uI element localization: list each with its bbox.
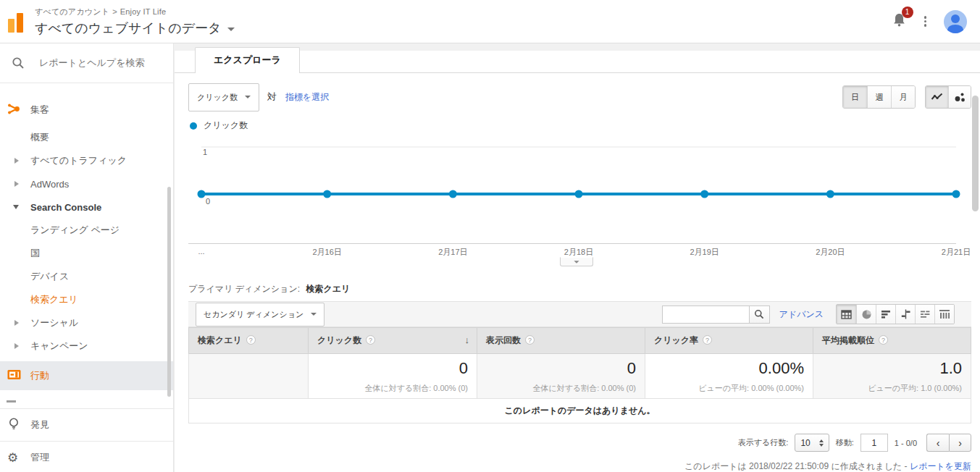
empty-data-row: このレポートのデータはありません。 [189,399,971,423]
sidebar-item-admin[interactable]: ⚙ 管理 [0,446,173,469]
sidebar-item-label: 管理 [30,451,49,464]
divider [0,441,173,442]
percentage-view-button[interactable] [856,305,876,324]
chevron-right-icon [14,158,19,164]
motion-chart-button[interactable] [948,86,971,108]
pie-chart-icon [861,309,872,320]
x-axis-label: 2月19日 [690,247,719,258]
page-scrollbar[interactable] [972,96,979,211]
secondary-dimension-label: セカンダリ ディメンション [204,309,303,320]
sidebar-item-label: 集客 [30,104,49,117]
x-axis-label: 2月16日 [312,247,341,258]
metric-selector-dropdown[interactable]: クリック数 [188,83,259,111]
chevron-right-icon [14,181,19,187]
chevron-down-icon [311,313,317,316]
granularity-day-button[interactable]: 日 [843,86,867,108]
term-cloud-view-button[interactable] [915,305,934,324]
secondary-dimension-dropdown[interactable]: セカンダリ ディメンション [196,303,324,326]
chevron-down-icon [227,28,235,31]
data-point [826,190,834,198]
goto-page-input[interactable] [860,434,888,452]
pivot-icon [939,309,950,319]
spinner-icon [819,439,824,447]
help-icon[interactable]: ? [246,335,256,345]
sidebar-item-overview[interactable]: 概要 [0,126,173,149]
notifications-button[interactable]: 1 [892,12,907,31]
sidebar-item-social[interactable]: ソーシャル [0,311,173,334]
column-header-search-query[interactable]: 検索クエリ? [189,328,309,354]
data-point [198,190,206,198]
sidebar-search-input[interactable]: レポートとヘルプを検索 [0,43,173,83]
chevron-down-icon [13,205,19,209]
data-view-button[interactable] [837,305,856,324]
sidebar-scrollbar[interactable] [167,187,171,397]
refresh-report-link[interactable]: レポートを更新 [910,461,971,471]
summary-impressions-cell: 0 全体に対する割合: 0.00% (0) [477,354,645,399]
next-page-button[interactable]: › [949,434,971,452]
scrolled-item-fragment [7,400,16,403]
more-options-button[interactable] [924,16,927,27]
performance-view-button[interactable] [876,305,895,324]
rows-per-page-select[interactable]: 10 [795,434,829,452]
advanced-filter-link[interactable]: アドバンス [779,308,824,321]
sidebar-item-label: AdWords [30,179,69,190]
column-header-ctr[interactable]: クリック率? [645,328,813,354]
breadcrumb-account[interactable]: すべてのアカウント [35,7,109,16]
chevron-down-icon [245,96,251,98]
help-icon[interactable]: ? [366,335,375,345]
sidebar-item-behavior[interactable]: 行動 [0,361,173,390]
breadcrumb-property[interactable]: Enjoy IT Life [120,7,167,16]
summary-value: 0.00% [645,359,804,378]
sidebar-item-discover[interactable]: 発見 [0,413,173,437]
sidebar-item-countries[interactable]: 国 [0,242,173,265]
chevron-right-icon [14,320,19,326]
report-generated-text: このレポートは 2018/02/22 21:50:09 に作成されました - [684,461,907,471]
help-icon[interactable]: ? [703,335,712,345]
rows-per-page-label: 表示する行数: [738,437,789,448]
help-icon[interactable]: ? [879,335,888,345]
help-icon[interactable]: ? [525,335,535,345]
pivot-view-button[interactable] [934,305,954,324]
granularity-week-button[interactable]: 週 [867,86,891,108]
column-header-avg-position[interactable]: 平均掲載順位? [813,328,971,354]
search-icon [754,309,764,319]
primary-dimension-value[interactable]: 検索クエリ [306,284,350,294]
chart-controls: クリック数 対 指標を選択 日 週 月 [188,73,971,111]
sidebar-item-acquisition[interactable]: 集客 [0,98,173,122]
data-point [323,190,331,198]
gear-icon: ⚙ [7,450,18,465]
sidebar-item-devices[interactable]: デバイス [0,265,173,288]
sidebar-item-search-console[interactable]: Search Console [0,195,173,219]
property-selector[interactable]: すべてのウェブサイトのデータ [35,20,235,37]
chart-footer-expander[interactable] [560,257,593,266]
sidebar-item-landing-pages[interactable]: ランディング ページ [0,219,173,242]
sidebar-item-label: 発見 [30,418,49,431]
vs-label: 対 [267,90,277,104]
table-search-input[interactable] [662,305,749,324]
goto-label: 移動: [836,437,854,448]
column-header-impressions[interactable]: 表示回数? [477,328,645,354]
data-point [449,190,457,198]
comparison-view-button[interactable] [895,305,915,324]
line-chart-button[interactable] [926,86,948,108]
column-header-clicks[interactable]: ↓ クリック数? [309,328,477,354]
sidebar-item-campaigns[interactable]: キャンペーン [0,334,173,358]
x-axis-label: 2月17日 [438,247,467,258]
y-axis-label: 1 [203,148,207,156]
table-search-button[interactable] [749,305,770,324]
sidebar-item-label: 概要 [30,131,49,144]
granularity-month-button[interactable]: 月 [891,86,915,108]
select-metric-link[interactable]: 指標を選択 [285,91,329,104]
sidebar-item-adwords[interactable]: AdWords [0,172,173,195]
avatar[interactable] [944,10,967,33]
sidebar-item-all-traffic[interactable]: すべてのトラフィック [0,149,173,172]
behavior-icon [7,370,21,382]
sidebar-search-placeholder: レポートとヘルプを検索 [39,56,144,69]
breadcrumb: すべてのアカウント>Enjoy IT Life [35,7,235,17]
sidebar-item-search-queries[interactable]: 検索クエリ [0,288,173,311]
analytics-logo-icon[interactable] [7,11,26,33]
column-label: 平均掲載順位 [822,335,874,345]
tab-explorer[interactable]: エクスプローラ [195,47,300,73]
legend-dot-icon [190,122,197,130]
previous-page-button[interactable]: ‹ [926,434,949,452]
